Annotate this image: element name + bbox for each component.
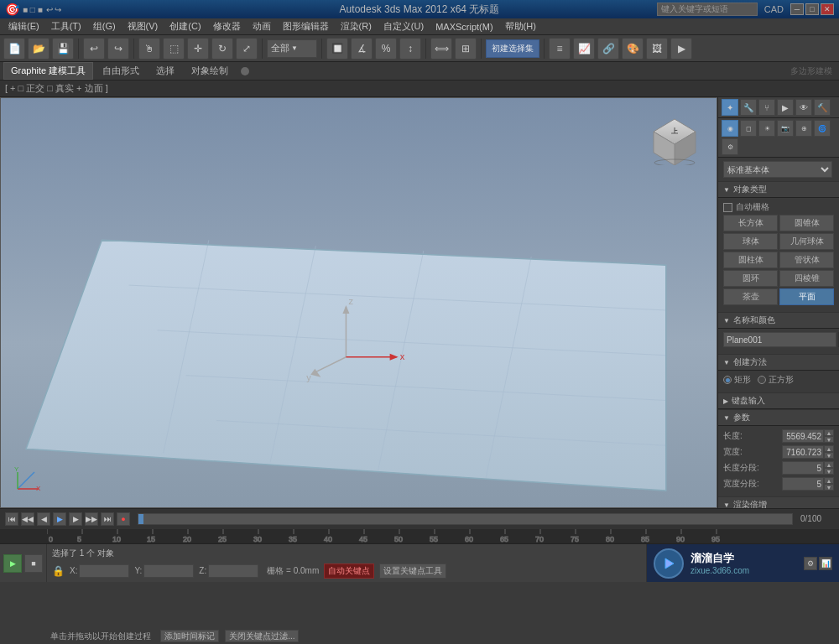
teapot-btn[interactable]: 茶壶 bbox=[723, 288, 778, 305]
menu-maxscript[interactable]: MAXScript(M) bbox=[430, 20, 498, 34]
cameras-btn[interactable]: 📷 bbox=[777, 120, 794, 137]
status-play-btn[interactable]: ▶ bbox=[3, 554, 22, 573]
auto-key-btn[interactable]: 自动关键点 bbox=[324, 564, 374, 579]
object-type-dropdown[interactable]: 标准基本体 bbox=[723, 161, 832, 178]
align-button[interactable]: ⊞ bbox=[455, 38, 477, 60]
percent-snap[interactable]: % bbox=[375, 38, 397, 60]
box-btn[interactable]: 长方体 bbox=[723, 215, 778, 231]
length-segs-spinner[interactable]: ▲ ▼ bbox=[782, 461, 834, 475]
timeline-bar[interactable] bbox=[138, 513, 793, 525]
rotate-button[interactable]: ↻ bbox=[211, 38, 233, 60]
status-stop-btn[interactable]: ■ bbox=[24, 554, 43, 573]
cone-btn[interactable]: 圆锥体 bbox=[779, 215, 834, 231]
z-input[interactable] bbox=[208, 564, 258, 578]
width-segs-spinner[interactable]: ▲ ▼ bbox=[782, 477, 834, 491]
quick-render-button[interactable]: ▶ bbox=[670, 38, 692, 60]
x-input[interactable] bbox=[79, 564, 129, 578]
y-input[interactable] bbox=[143, 564, 194, 578]
lsegs-up[interactable]: ▲ bbox=[824, 461, 834, 468]
subtab-freeform[interactable]: 自由形式 bbox=[95, 62, 147, 80]
menu-create[interactable]: 创建(C) bbox=[164, 18, 206, 34]
logo-icon[interactable] bbox=[654, 548, 684, 579]
timeline-play-begin[interactable]: ⏮ bbox=[5, 512, 18, 526]
save-button[interactable]: 💾 bbox=[52, 38, 74, 60]
width-input[interactable] bbox=[782, 445, 824, 459]
select-button[interactable]: 🖱 bbox=[138, 38, 160, 60]
open-button[interactable]: 📂 bbox=[28, 38, 50, 60]
close-button[interactable]: ✕ bbox=[821, 3, 834, 15]
panel-hierarchy-btn[interactable]: ⑂ bbox=[758, 99, 775, 116]
spacewarps-btn[interactable]: 🌀 bbox=[814, 120, 831, 137]
geosphere-btn[interactable]: 几何球体 bbox=[779, 233, 834, 250]
square-option[interactable]: 正方形 bbox=[758, 374, 794, 386]
move-button[interactable]: ✛ bbox=[187, 38, 209, 60]
wsegs-up[interactable]: ▲ bbox=[824, 477, 834, 484]
menu-render[interactable]: 渲染(R) bbox=[336, 18, 377, 34]
geom-btn[interactable]: ◉ bbox=[722, 120, 738, 137]
length-input[interactable] bbox=[782, 429, 824, 443]
search-box-title[interactable]: 键入关键字或短语 bbox=[657, 3, 758, 16]
panel-modify-btn[interactable]: 🔧 bbox=[740, 99, 757, 116]
width-segs-input[interactable] bbox=[782, 477, 824, 491]
creation-method-header[interactable]: ▼ 创建方法 bbox=[718, 354, 839, 371]
menu-edit[interactable]: 编辑(E) bbox=[3, 18, 44, 34]
set-keys-btn[interactable]: 设置关键点工具 bbox=[379, 564, 446, 579]
mirror-button[interactable]: ⟺ bbox=[430, 38, 452, 60]
length-up[interactable]: ▲ bbox=[824, 429, 834, 436]
width-spinner[interactable]: ▲ ▼ bbox=[782, 445, 834, 459]
selection-filter-dropdown[interactable]: 全部 ▼ bbox=[267, 39, 317, 58]
angle-snap[interactable]: ∡ bbox=[351, 38, 373, 60]
helpers-btn[interactable]: ⊕ bbox=[795, 120, 812, 137]
length-spinner[interactable]: ▲ ▼ bbox=[782, 429, 834, 443]
width-down[interactable]: ▼ bbox=[824, 452, 834, 459]
subtab-object-paint[interactable]: 对象绘制 bbox=[184, 62, 236, 80]
menu-group[interactable]: 组(G) bbox=[88, 18, 121, 34]
auto-grid-checkbox[interactable] bbox=[723, 203, 732, 212]
render-scene-button[interactable]: 🖼 bbox=[646, 38, 668, 60]
layers-button[interactable]: ≡ bbox=[549, 38, 571, 60]
name-color-header[interactable]: ▼ 名称和颜色 bbox=[718, 312, 839, 329]
filter-btn[interactable]: 关闭关键点过滤... bbox=[225, 630, 299, 642]
selection-set-button[interactable]: 初建选择集 bbox=[486, 39, 539, 58]
subtab-select[interactable]: 选择 bbox=[149, 62, 182, 80]
menu-animation[interactable]: 动画 bbox=[248, 18, 276, 34]
curve-editor-button[interactable]: 📈 bbox=[573, 38, 595, 60]
timeline-prev-key[interactable]: ◀◀ bbox=[21, 512, 34, 526]
menu-modifiers[interactable]: 修改器 bbox=[208, 18, 246, 34]
width-up[interactable]: ▲ bbox=[824, 445, 834, 452]
minimize-button[interactable]: ─ bbox=[790, 3, 804, 15]
timeline-play-end[interactable]: ⏭ bbox=[101, 512, 114, 526]
timeline-prev-frame[interactable]: ◀ bbox=[37, 512, 50, 526]
length-segs-input[interactable] bbox=[782, 461, 824, 475]
systems-btn[interactable]: ⚙ bbox=[722, 138, 738, 155]
schematic-view-button[interactable]: 🔗 bbox=[597, 38, 619, 60]
scale-button[interactable]: ⤢ bbox=[236, 38, 258, 60]
plane-btn[interactable]: 平面 bbox=[779, 288, 834, 305]
keyboard-input-header[interactable]: ▶ 键盘输入 bbox=[718, 392, 839, 409]
params-header[interactable]: ▼ 参数 bbox=[718, 409, 839, 426]
shapes-btn[interactable]: ◻ bbox=[740, 120, 757, 137]
menu-view[interactable]: 视图(V) bbox=[122, 18, 164, 34]
torus-btn[interactable]: 圆环 bbox=[723, 270, 778, 287]
timeline-next-frame[interactable]: ▶ bbox=[69, 512, 82, 526]
viewport[interactable]: z y x bbox=[0, 97, 717, 508]
object-type-header[interactable]: ▼ 对象类型 bbox=[718, 181, 839, 198]
menu-graph-editor[interactable]: 图形编辑器 bbox=[278, 18, 334, 34]
square-radio[interactable] bbox=[758, 376, 766, 384]
add-key-btn[interactable]: 添加时间标记 bbox=[160, 630, 219, 642]
subtab-graphite[interactable]: Graphite 建模工具 bbox=[3, 62, 93, 80]
panel-display-btn[interactable]: 👁 bbox=[795, 99, 812, 116]
panel-create-btn[interactable]: ✦ bbox=[722, 99, 738, 116]
object-name-input[interactable] bbox=[723, 332, 836, 347]
wsegs-down[interactable]: ▼ bbox=[824, 484, 834, 491]
menu-tools[interactable]: 工具(T) bbox=[46, 18, 86, 34]
render-mult-header[interactable]: ▼ 渲染倍增 bbox=[718, 496, 839, 508]
rectangle-option[interactable]: 矩形 bbox=[723, 374, 751, 386]
panel-utilities-btn[interactable]: 🔨 bbox=[814, 99, 831, 116]
lock-icon[interactable]: 🔒 bbox=[52, 565, 65, 577]
cylinder-btn[interactable]: 圆柱体 bbox=[723, 252, 778, 268]
tube-btn[interactable]: 管状体 bbox=[779, 252, 834, 268]
sr-btn1[interactable]: ⚙ bbox=[804, 557, 817, 570]
timeline-next-key[interactable]: ▶▶ bbox=[85, 512, 98, 526]
snap-toggle[interactable]: 🔲 bbox=[326, 38, 348, 60]
